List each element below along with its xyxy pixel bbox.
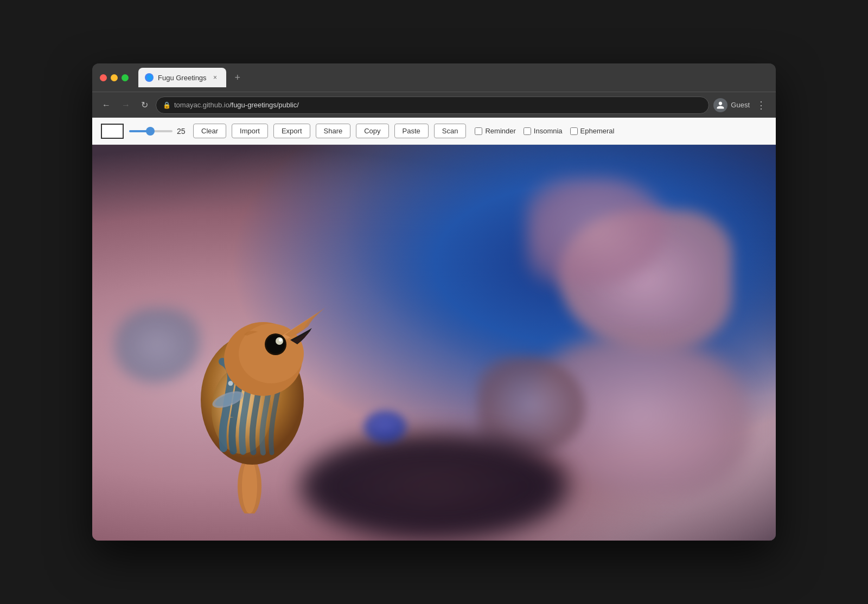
- maximize-window-button[interactable]: [122, 74, 129, 81]
- forward-button[interactable]: →: [118, 98, 133, 112]
- app-toolbar: 25 Clear Import Export Share Copy Paste …: [92, 118, 776, 145]
- fish-svg: [157, 253, 342, 513]
- drawing-canvas[interactable]: [92, 145, 776, 541]
- reminder-label: Reminder: [485, 127, 515, 135]
- profile-button[interactable]: Guest: [713, 98, 750, 112]
- fish-scene: [92, 145, 776, 541]
- paste-button[interactable]: Paste: [394, 124, 429, 138]
- browser-menu-button[interactable]: ⋮: [753, 98, 769, 112]
- reload-button[interactable]: ↻: [138, 98, 151, 112]
- nav-bar: ← → ↻ 🔒 tomayac.github.io/fugu-greetings…: [92, 92, 776, 118]
- export-button[interactable]: Export: [273, 124, 310, 138]
- ephemeral-checkbox[interactable]: [570, 127, 578, 135]
- address-text: tomayac.github.io/fugu-greetings/public/: [174, 101, 299, 109]
- new-tab-button[interactable]: +: [231, 72, 245, 83]
- browser-tab[interactable]: 🌐 Fugu Greetings ×: [138, 68, 226, 87]
- svg-point-1: [242, 459, 257, 513]
- close-window-button[interactable]: [100, 74, 107, 81]
- color-swatch[interactable]: [101, 124, 124, 139]
- insomnia-label: Insomnia: [534, 127, 563, 135]
- copy-button[interactable]: Copy: [356, 124, 388, 138]
- tab-close-button[interactable]: ×: [211, 73, 220, 82]
- checkbox-group: Reminder Insomnia Ephemeral: [475, 127, 614, 135]
- ephemeral-checkbox-label[interactable]: Ephemeral: [570, 127, 615, 135]
- size-slider-container: 25: [129, 127, 188, 136]
- svg-point-18: [279, 338, 282, 342]
- browser-window: 🌐 Fugu Greetings × + ← → ↻ 🔒 tomayac.git…: [92, 63, 776, 541]
- scan-button[interactable]: Scan: [434, 124, 467, 138]
- fish: [157, 253, 342, 513]
- profile-icon: [713, 98, 727, 112]
- svg-point-8: [228, 381, 233, 386]
- traffic-lights: [100, 74, 129, 81]
- size-value: 25: [177, 127, 188, 136]
- nav-right: Guest ⋮: [713, 98, 769, 112]
- back-button[interactable]: ←: [99, 98, 114, 112]
- size-slider[interactable]: [129, 130, 173, 132]
- lock-icon: 🔒: [163, 101, 171, 109]
- minimize-window-button[interactable]: [111, 74, 118, 81]
- address-domain: tomayac.github.io: [174, 101, 229, 109]
- clear-button[interactable]: Clear: [193, 124, 226, 138]
- page-content: 25 Clear Import Export Share Copy Paste …: [92, 118, 776, 541]
- title-bar: 🌐 Fugu Greetings × +: [92, 63, 776, 92]
- address-path: /fugu-greetings/public/: [229, 101, 299, 109]
- svg-point-16: [266, 335, 285, 354]
- tab-title: Fugu Greetings: [158, 74, 207, 82]
- tab-favicon: 🌐: [145, 73, 154, 82]
- insomnia-checkbox[interactable]: [524, 127, 531, 135]
- address-bar[interactable]: 🔒 tomayac.github.io/fugu-greetings/publi…: [156, 97, 709, 114]
- insomnia-checkbox-label[interactable]: Insomnia: [524, 127, 563, 135]
- reminder-checkbox[interactable]: [475, 127, 482, 135]
- reminder-checkbox-label[interactable]: Reminder: [475, 127, 515, 135]
- blue-accent: [363, 410, 407, 443]
- import-button[interactable]: Import: [232, 124, 268, 138]
- profile-label: Guest: [731, 101, 750, 109]
- share-button[interactable]: Share: [316, 124, 351, 138]
- ephemeral-label: Ephemeral: [580, 127, 615, 135]
